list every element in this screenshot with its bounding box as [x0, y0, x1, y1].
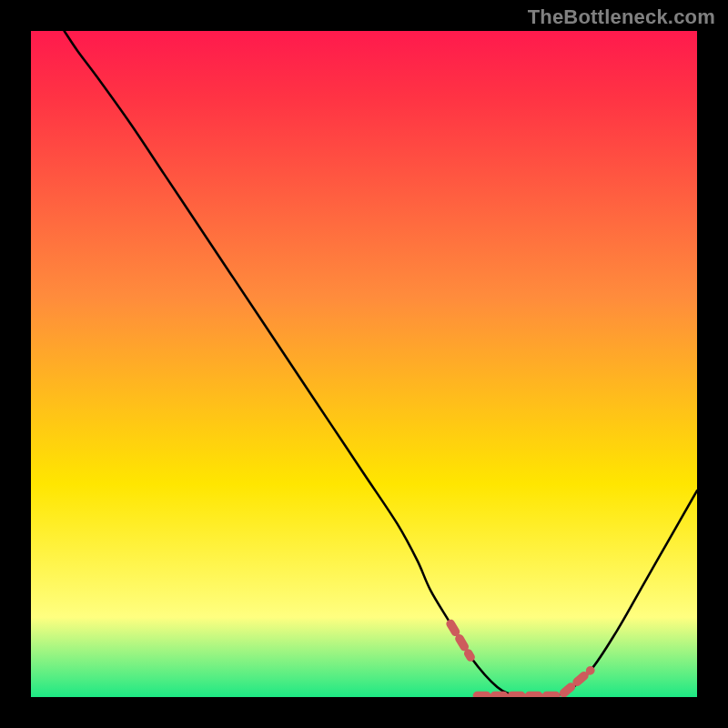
marker-left — [450, 623, 470, 657]
marker-layer — [31, 31, 697, 697]
plot-area — [31, 31, 697, 697]
watermark-text: TheBottleneck.com — [528, 5, 715, 29]
marker-right — [564, 671, 591, 693]
chart-frame: TheBottleneck.com — [0, 0, 728, 728]
